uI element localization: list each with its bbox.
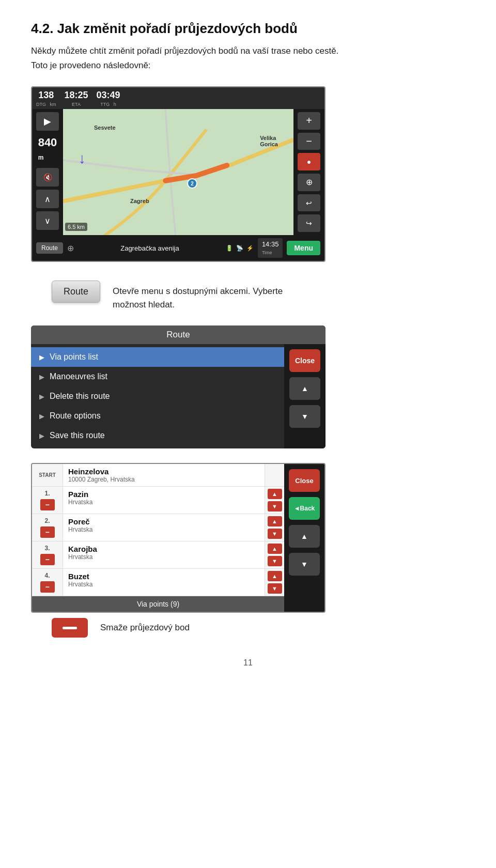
menu-item-via-points[interactable]: ▶ Via points list [31,347,284,367]
via-sidebar: Close ◄Back ▲ ▼ [284,463,326,613]
nav-sound-btn[interactable]: 🔇 [36,168,59,187]
via-down-btn[interactable]: ▼ [289,553,320,576]
via-up-btn-2[interactable]: ▲ [268,516,282,526]
via-item-name-1: Pazin [68,490,259,499]
delete-waypoint-btn[interactable] [52,618,88,638]
action-description-text: Otevře menu s dostupnými akcemi. Vyberte… [113,281,309,311]
route-menu-title: Route [31,326,326,344]
menu-item-label: Route options [50,411,101,421]
via-item-content-2: Poreč Hrvatska [63,514,265,541]
via-back-btn[interactable]: ◄Back [289,497,320,520]
via-item-name-4: Buzet [68,572,259,581]
via-start-sub: 10000 Zagreb, Hrvatska [68,476,259,483]
via-points-panel: START Heinzelova 10000 Zagreb, Hrvatska … [31,463,326,613]
via-item-label-3: 3. − [32,541,63,568]
nav-left-panel: ▶ 840m 🔇 ∧ ∨ [32,109,63,235]
via-item-row-4: 4. − Buzet Hrvatska ▲ ▼ [32,569,284,596]
intro-line1: Někdy můžete chtít změnit pořadí průjezd… [31,46,465,56]
nav-undo-btn[interactable]: ↩ [298,194,320,212]
via-item-content-4: Buzet Hrvatska [63,569,265,596]
nav-menu-btn[interactable]: Menu [287,241,320,255]
route-button-label[interactable]: Route [52,281,100,303]
menu-item-delete-route[interactable]: ▶ Delete this route [31,386,284,406]
nav-route-btn[interactable]: Route [36,242,63,254]
nav-zoom-plus[interactable]: + [298,112,320,130]
via-item-content-3: Karojba Hrvatska [63,541,265,568]
via-start-row: START Heinzelova 10000 Zagreb, Hrvatska [32,464,284,487]
route-menu-items: ▶ Via points list ▶ Manoeuvres list ▶ De… [31,344,284,448]
menu-arrow-icon: ▶ [39,353,44,361]
menu-item-label: Delete this route [50,392,110,401]
via-down-btn-1[interactable]: ▼ [268,501,282,512]
via-up-btn[interactable]: ▲ [289,525,320,548]
via-main-panel: START Heinzelova 10000 Zagreb, Hrvatska … [31,463,284,613]
minus-icon [63,627,77,629]
via-item-row-2: 2. − Poreč Hrvatska ▲ ▼ [32,514,284,541]
via-minus-btn-2[interactable]: − [40,526,55,538]
menu-arrow-icon: ▶ [39,432,44,440]
page-number: 11 [31,658,465,668]
route-menu-sidebar: Close ▲ ▼ [284,344,326,448]
nav-top-bar: 138 DTG km 18:25 ETA 03:49 TTG h [32,87,324,109]
nav-up-btn[interactable]: ∧ [36,190,59,208]
nav-distance-display: 840m [38,136,57,163]
nav-bottom-bar: Route ⊕ Zagrebačka avenija 🔋📡⚡ 14:35 Tim… [32,235,324,261]
nav-dtg: 138 DTG km [36,90,56,107]
route-menu: Route ▶ Via points list ▶ Manoeuvres lis… [31,326,326,448]
via-item-sub-2: Hrvatska [68,526,259,533]
via-item-actions-2: ▲ ▼ [265,514,284,541]
route-menu-down-btn[interactable]: ▼ [289,405,320,428]
via-bottom-bar: Via points (9) [32,596,284,612]
via-item-actions-4: ▲ ▼ [265,569,284,596]
via-minus-btn-4[interactable]: − [40,581,55,593]
nav-right-panel: + − ● ⊕ ↩ ↪ [293,109,324,235]
nav-redo-btn[interactable]: ↪ [298,214,320,232]
via-item-label-1: 1. − [32,487,63,514]
via-down-btn-2[interactable]: ▼ [268,529,282,539]
nav-screenshot: 138 DTG km 18:25 ETA 03:49 TTG h ▶ 840m … [31,86,326,262]
map-label-sesvete: Sesvete [94,125,116,131]
nav-status-icons: 🔋📡⚡ [226,245,254,252]
via-item-name-2: Poreč [68,517,259,526]
intro-line2: Toto je provedeno následovně: [31,60,465,71]
menu-item-save-route[interactable]: ▶ Save this route [31,426,284,445]
nav-play-btn[interactable]: ▶ [36,112,59,131]
via-up-btn-4[interactable]: ▲ [268,571,282,581]
menu-arrow-icon: ▶ [39,412,44,420]
via-up-btn-1[interactable]: ▲ [268,489,282,499]
via-item-content-1: Pazin Hrvatska [63,487,265,514]
nav-road-name: Zagrebačka avenija [78,244,222,252]
via-down-btn-3[interactable]: ▼ [268,556,282,566]
nav-compass-btn[interactable]: ⊕ [298,174,320,191]
nav-compass-icon: ⊕ [67,243,74,253]
via-close-btn[interactable]: Close [289,469,320,492]
route-menu-body: ▶ Via points list ▶ Manoeuvres list ▶ De… [31,344,326,448]
nav-ttg: 03:49 TTG h [97,90,120,107]
via-down-btn-4[interactable]: ▼ [268,583,282,594]
menu-item-label: Manoeuvres list [50,372,107,381]
via-item-row-3: 3. − Karojba Hrvatska ▲ ▼ [32,541,284,569]
nav-time: 14:35 Time [258,238,283,258]
via-item-label-2: 2. − [32,514,63,541]
route-menu-up-btn[interactable]: ▲ [289,377,320,400]
via-item-actions-1: ▲ ▼ [265,487,284,514]
via-item-actions-3: ▲ ▼ [265,541,284,568]
route-menu-close-btn[interactable]: Close [289,349,320,372]
via-start-label: START [32,464,63,486]
via-item-sub-3: Hrvatska [68,553,259,561]
nav-zoom-minus[interactable]: − [298,133,320,150]
nav-scale: 6.5 km [65,223,87,231]
via-item-sub-1: Hrvatska [68,499,259,506]
nav-down-btn[interactable]: ∨ [36,211,59,230]
menu-item-route-options[interactable]: ▶ Route options [31,406,284,426]
nav-gps-btn[interactable]: ● [298,153,320,171]
via-item-name-3: Karojba [68,545,259,553]
via-minus-btn-3[interactable]: − [40,554,55,565]
nav-map-area: Sesvete VelikaGorica Zagreb 2 ↓ [63,109,293,235]
map-label-gorica: VelikaGorica [260,135,278,147]
via-minus-btn-1[interactable]: − [40,499,55,510]
via-up-btn-3[interactable]: ▲ [268,544,282,554]
via-start-content: Heinzelova 10000 Zagreb, Hrvatska [63,464,265,486]
bottom-description: Smaže průjezdový bod [100,623,190,633]
menu-item-manoeuvres[interactable]: ▶ Manoeuvres list [31,367,284,386]
